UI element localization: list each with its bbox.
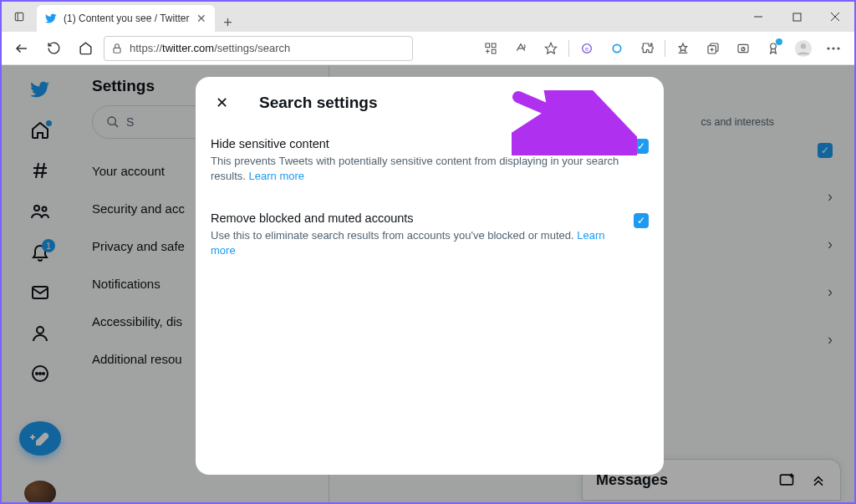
performance-icon[interactable] — [729, 35, 757, 62]
svg-rect-7 — [114, 48, 120, 53]
svg-point-31 — [837, 47, 839, 49]
collections-icon[interactable] — [699, 35, 727, 62]
tab-title: (1) Content you see / Twitter — [64, 13, 190, 24]
extensions-button[interactable] — [633, 35, 661, 62]
new-tab-button[interactable]: + — [215, 14, 242, 32]
svg-point-26 — [771, 43, 777, 49]
svg-rect-0 — [15, 13, 23, 20]
svg-rect-3 — [793, 13, 801, 21]
url-text: https://twitter.com/settings/search — [130, 42, 290, 54]
svg-text:e: e — [585, 44, 588, 52]
checkbox-remove-blocked[interactable]: ✓ — [634, 213, 649, 228]
svg-point-28 — [801, 43, 806, 48]
svg-point-29 — [827, 47, 829, 49]
tab-close-button[interactable]: ✕ — [196, 12, 206, 25]
svg-rect-9 — [492, 43, 496, 48]
rewards-icon[interactable] — [759, 35, 787, 62]
modal-title: Search settings — [259, 94, 378, 112]
svg-rect-10 — [492, 49, 496, 53]
svg-point-30 — [832, 47, 834, 49]
tab-actions-button[interactable] — [2, 2, 37, 32]
read-aloud-icon[interactable] — [507, 35, 535, 62]
browser-tab[interactable]: (1) Content you see / Twitter ✕ — [37, 5, 215, 32]
window-minimize-button[interactable] — [739, 2, 777, 32]
nav-refresh-button[interactable] — [40, 35, 67, 62]
browser-titlebar: (1) Content you see / Twitter ✕ + — [2, 2, 854, 32]
setting-description: This prevents Tweets with potentially se… — [211, 154, 620, 183]
svg-point-17 — [613, 44, 620, 52]
svg-rect-8 — [486, 43, 490, 48]
more-menu-button[interactable] — [819, 35, 848, 62]
setting-hide-sensitive: Hide sensitive content This prevents Twe… — [207, 129, 652, 188]
setting-label: Remove blocked and muted accounts — [211, 211, 620, 225]
svg-marker-14 — [545, 43, 556, 53]
window-controls — [739, 2, 854, 32]
setting-description: Use this to eliminate search results fro… — [211, 228, 620, 257]
setting-remove-blocked: Remove blocked and muted accounts Use th… — [207, 203, 652, 262]
setting-label: Hide sensitive content — [211, 137, 620, 150]
favorites-list-icon[interactable] — [669, 35, 697, 62]
extension-icon-2[interactable] — [603, 35, 631, 62]
window-close-button[interactable] — [816, 2, 854, 32]
svg-marker-18 — [679, 43, 686, 51]
extension-icon-1[interactable]: e — [573, 35, 601, 62]
app-launcher-icon[interactable] — [476, 35, 505, 62]
profile-button[interactable] — [789, 35, 818, 62]
checkbox-hide-sensitive[interactable]: ✓ — [634, 139, 649, 154]
learn-more-link[interactable]: Learn more — [249, 170, 304, 182]
modal-close-button[interactable]: ✕ — [207, 89, 236, 117]
nav-back-button[interactable] — [8, 35, 35, 62]
window-maximize-button[interactable] — [777, 2, 816, 32]
svg-point-24 — [741, 47, 745, 50]
address-bar[interactable]: https://twitter.com/settings/search — [104, 36, 413, 61]
browser-toolbar: https://twitter.com/settings/search e — [2, 32, 854, 65]
favorite-star-icon[interactable] — [537, 35, 565, 62]
nav-home-button[interactable] — [72, 35, 99, 62]
twitter-favicon-icon — [45, 13, 57, 24]
search-settings-modal: ✕ Search settings Hide sensitive content… — [196, 77, 664, 475]
lock-icon — [111, 43, 123, 54]
svg-line-25 — [743, 48, 744, 48]
